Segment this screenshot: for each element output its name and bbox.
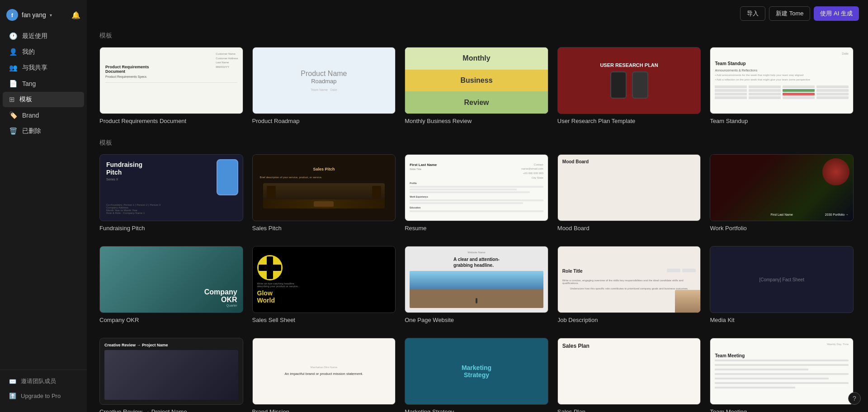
card-thumb-resume: First Last Name Slide Title Contactname@…	[405, 154, 548, 221]
template-card-company-okr[interactable]: CompanyOKR Quarter Company OKR	[99, 246, 243, 323]
sidebar-footer: ✉️ 邀请团队成员 ⬆️ Upgrade to Pro	[0, 369, 87, 407]
template-card-user-research[interactable]: USER RESEARCH PLAN User Research Plan Te…	[557, 47, 701, 124]
card-label: Team Meeting	[710, 408, 854, 412]
sidebar-item-label: Tang	[22, 80, 36, 87]
sidebar-item-label: 与我共享	[22, 64, 47, 72]
card-thumb-roadmap: Product Name Roadmap Team Name Date	[252, 47, 396, 114]
sidebar-item-label: 最近使用	[22, 32, 47, 40]
template-card-portfolio[interactable]: First Last Name 2030 Portfolio → Work Po…	[710, 154, 854, 232]
sidebar: f fan yang ▾ 🔔 🕐 最近使用 👤 我的 👥 与我共享 📄 Tang…	[0, 0, 87, 412]
user-profile[interactable]: f fan yang ▾	[6, 9, 52, 21]
sidebar-item-label: 模板	[19, 95, 32, 104]
sidebar-item-templates[interactable]: ⊞ 模板	[3, 92, 84, 107]
card-label: Team Standup	[710, 118, 854, 124]
main-content: 模板 Product RequirementsDocument Product …	[87, 0, 868, 412]
sidebar-item-brand[interactable]: 🏷️ Brand	[3, 108, 84, 123]
sidebar-item-recent[interactable]: 🕐 最近使用	[3, 28, 84, 44]
template-card-moodboard[interactable]: Mood Board Mood Board	[557, 154, 701, 232]
card-label: Sales Sell Sheet	[252, 317, 396, 323]
template-card-standup[interactable]: Team Standup Date Announcements & Reflec…	[710, 47, 854, 124]
card-thumb-marketing: MarketingStrategy	[405, 338, 548, 405]
template-grid-4: Creative Review → Project Name Creative …	[99, 338, 854, 412]
card-thumb-prd: Product RequirementsDocument Product Req…	[99, 47, 243, 114]
invite-team-button[interactable]: ✉️ 邀请团队成员	[3, 374, 84, 389]
template-card-creative-review[interactable]: Creative Review → Project Name Creative …	[99, 338, 243, 412]
template-card-brand-mission[interactable]: Manhattan Slim Name An impactful brand o…	[252, 338, 396, 412]
card-label: Job Description	[557, 317, 701, 323]
template-card-sales-plan[interactable]: Sales Plan Sales Plan	[557, 338, 701, 412]
user-name: fan yang	[22, 11, 46, 19]
card-label: Product Roadmap	[252, 118, 396, 124]
new-tome-button[interactable]: 新建 Tome	[769, 6, 810, 21]
upgrade-pro-button[interactable]: ⬆️ Upgrade to Pro	[3, 389, 84, 403]
sidebar-item-deleted[interactable]: 🗑️ 已删除	[3, 123, 84, 139]
card-thumb-user-research: USER RESEARCH PLAN	[557, 47, 701, 114]
card-thumb-fundraising: FundraisingPitch Series X Co-Founders: P…	[99, 154, 243, 221]
people-icon: 👥	[9, 64, 18, 72]
sidebar-item-shared[interactable]: 👥 与我共享	[3, 60, 84, 76]
card-thumb-job-desc: Role Title Write a concise, engaging ove…	[557, 246, 701, 313]
card-label: Creative Review → Project Name	[99, 408, 243, 412]
template-grid-1: Product RequirementsDocument Product Req…	[99, 47, 854, 124]
clock-icon: 🕐	[9, 32, 18, 40]
card-label: Sales Plan	[557, 408, 701, 412]
sidebar-item-label: Brand	[22, 112, 39, 119]
card-thumb-portfolio: First Last Name 2030 Portfolio →	[710, 154, 854, 221]
trash-icon: 🗑️	[9, 127, 18, 135]
card-thumb-company-okr: CompanyOKR Quarter	[99, 246, 243, 313]
sidebar-item-tang[interactable]: 📄 Tang	[3, 76, 84, 91]
template-grid-3: CompanyOKR Quarter Company OKR Write an …	[99, 246, 854, 323]
document-icon: 📄	[9, 80, 18, 88]
sidebar-item-label: 我的	[22, 48, 35, 56]
card-thumb-standup: Team Standup Date Announcements & Reflec…	[710, 47, 854, 114]
tag-icon: 🏷️	[9, 111, 18, 119]
template-card-roadmap[interactable]: Product Name Roadmap Team Name Date Prod…	[252, 47, 396, 124]
card-label: Fundraising Pitch	[99, 225, 243, 232]
sidebar-header: f fan yang ▾ 🔔	[0, 5, 87, 24]
template-card-one-page[interactable]: Website Name A clear and attention-grabb…	[405, 246, 548, 323]
card-thumb-glow: Write an eye-catching headlinedescribing…	[252, 246, 396, 313]
section-1-title: 模板	[99, 32, 854, 40]
template-card-job-desc[interactable]: Role Title Write a concise, engaging ove…	[557, 246, 701, 323]
upgrade-icon: ⬆️	[9, 393, 16, 399]
upgrade-label: Upgrade to Pro	[21, 393, 61, 399]
card-thumb-sales-pitch: Sales Pitch Brief description of your se…	[252, 154, 396, 221]
template-card-marketing[interactable]: MarketingStrategy Marketing Strategy	[405, 338, 548, 412]
card-thumb-monthly: Monthly Business Review	[405, 47, 548, 114]
template-card-monthly[interactable]: Monthly Business Review Monthly Business…	[405, 47, 548, 124]
notification-bell-icon[interactable]: 🔔	[71, 11, 80, 19]
help-button[interactable]: ?	[848, 392, 861, 405]
invite-label: 邀请团队成员	[21, 377, 56, 385]
card-label: Marketing Strategy	[405, 408, 548, 412]
sidebar-item-label: 已删除	[22, 127, 41, 135]
topbar: 导入 新建 Tome 使用 AI 生成	[731, 0, 868, 27]
card-label: Media Kit	[710, 317, 854, 323]
template-card-fundraising[interactable]: FundraisingPitch Series X Co-Founders: P…	[99, 154, 243, 232]
card-thumb-one-page: Website Name A clear and attention-grabb…	[405, 246, 548, 313]
template-card-resume[interactable]: First Last Name Slide Title Contactname@…	[405, 154, 548, 232]
sidebar-item-mine[interactable]: 👤 我的	[3, 44, 84, 60]
template-card-sales-pitch[interactable]: Sales Pitch Brief description of your se…	[252, 154, 396, 232]
grid-icon: ⊞	[9, 95, 15, 104]
card-label: Brand Mission	[252, 408, 396, 412]
card-thumb-team-meeting: Team Meeting Weekly Day, Time	[710, 338, 854, 405]
card-thumb-brand-mission: Manhattan Slim Name An impactful brand o…	[252, 338, 396, 405]
card-thumb-sales-plan: Sales Plan	[557, 338, 701, 405]
card-label: Mood Board	[557, 225, 701, 232]
template-card-team-meeting[interactable]: Team Meeting Weekly Day, Time Team Meeti…	[710, 338, 854, 412]
avatar: f	[6, 9, 18, 21]
card-label: One Page Website	[405, 317, 548, 323]
card-thumb-moodboard: Mood Board	[557, 154, 701, 221]
template-grid-2: FundraisingPitch Series X Co-Founders: P…	[99, 154, 854, 232]
template-card-prd[interactable]: Product RequirementsDocument Product Req…	[99, 47, 243, 124]
card-label: Company OKR	[99, 317, 243, 323]
template-card-media-kit[interactable]: [Company] Fact Sheet Media Kit	[710, 246, 854, 323]
template-card-glow[interactable]: Write an eye-catching headlinedescribing…	[252, 246, 396, 323]
card-thumb-media-kit: [Company] Fact Sheet	[710, 246, 854, 313]
ai-generate-button[interactable]: 使用 AI 生成	[814, 6, 859, 21]
import-button[interactable]: 导入	[740, 6, 765, 21]
card-label: Resume	[405, 225, 548, 232]
card-thumb-creative-review: Creative Review → Project Name	[99, 338, 243, 405]
card-label: Product Requirements Document	[99, 118, 243, 124]
section-2-title: 模板	[99, 139, 854, 147]
